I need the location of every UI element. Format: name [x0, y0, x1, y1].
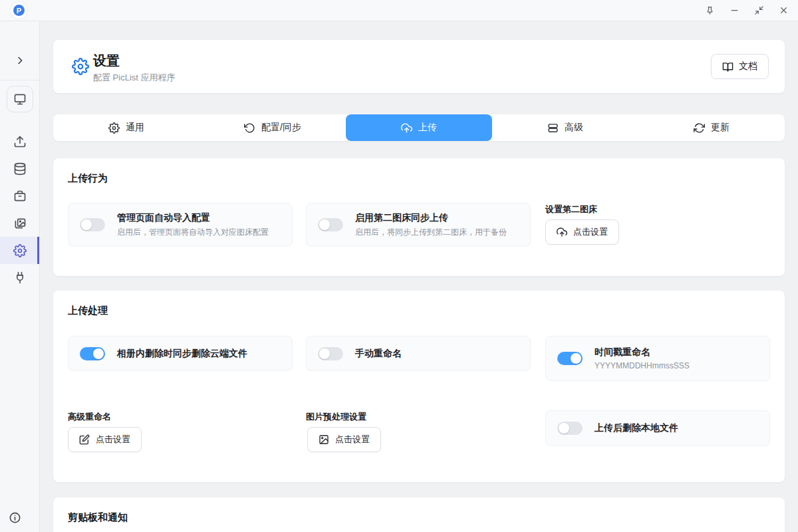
- sidebar-item-toolbox[interactable]: [0, 182, 39, 209]
- manual-rename-toggle[interactable]: [318, 347, 343, 360]
- toggle-box-second-bed-sync: 启用第二图床同步上传 启用后，将同步上传到第二图床，用于备份: [306, 203, 531, 247]
- sidebar-item-database[interactable]: [0, 155, 39, 182]
- docs-button[interactable]: 文档: [711, 54, 769, 79]
- timestamp-rename-toggle[interactable]: [557, 352, 583, 365]
- second-bed-setup-button[interactable]: 点击设置: [545, 219, 619, 245]
- tab-label: 高级: [565, 122, 583, 134]
- image-icon: [319, 434, 329, 445]
- settings-gear-icon: [72, 58, 89, 75]
- delete-local-toggle[interactable]: [557, 422, 583, 435]
- toggle-box-auto-import: 管理页面自动导入配置 启用后，管理页面将自动导入对应图床配置: [68, 203, 293, 247]
- section-title: 上传行为: [68, 172, 108, 185]
- clipboard-card: 剪贴板和通知: [53, 497, 785, 532]
- pin-icon[interactable]: [704, 5, 715, 16]
- toggle-label: 手动重命名: [355, 348, 402, 360]
- chevron-right-icon: [15, 55, 25, 66]
- settings-header-card: 设置 配置 PicList 应用程序 文档: [53, 40, 785, 93]
- toggle-label: 时间戳重命名: [595, 346, 690, 358]
- toggle-desc: 启用后，将同步上传到第二图床，用于备份: [355, 227, 507, 238]
- sidebar-divider: [0, 80, 39, 80]
- toggle-desc: YYYYMMDDHHmmssSSS: [595, 361, 690, 370]
- close-icon[interactable]: [778, 5, 789, 16]
- toggle-box-manual-rename: 手动重命名: [306, 336, 531, 371]
- sidebar: [0, 21, 40, 532]
- toggle-label: 启用第二图床同步上传: [355, 212, 507, 224]
- second-bed-label: 设置第二图床: [545, 203, 597, 215]
- gallery-icon: [13, 217, 27, 230]
- section-title: 剪贴板和通知: [68, 511, 128, 524]
- refresh-icon: [694, 122, 705, 134]
- restore-icon[interactable]: [753, 5, 764, 16]
- monitor-icon: [13, 92, 27, 106]
- sidebar-item-settings[interactable]: [0, 237, 39, 264]
- tab-upload[interactable]: 上传: [346, 114, 492, 141]
- history-icon: [244, 122, 255, 134]
- minimize-icon[interactable]: [729, 5, 739, 16]
- toolbox-icon: [13, 190, 27, 203]
- database-icon: [13, 162, 27, 176]
- section-title: 上传处理: [68, 305, 108, 317]
- page-subtitle: 配置 PicList 应用程序: [93, 72, 176, 84]
- upload-behavior-card: 上传行为 管理页面自动导入配置 启用后，管理页面将自动导入对应图床配置 启用第二…: [53, 158, 785, 276]
- docs-button-label: 文档: [739, 61, 757, 72]
- tab-general[interactable]: 通用: [53, 114, 200, 141]
- sidebar-item-upload[interactable]: [0, 128, 39, 155]
- gear-icon: [108, 122, 120, 134]
- sidebar-nav: [0, 128, 39, 291]
- info-icon[interactable]: [9, 511, 21, 524]
- edit-icon: [79, 434, 90, 445]
- plug-icon: [13, 271, 27, 285]
- second-bed-setup-label: 点击设置: [573, 226, 608, 238]
- toggle-desc: 启用后，管理页面将自动导入对应图床配置: [117, 227, 269, 238]
- preprocess-button[interactable]: 点击设置: [307, 427, 381, 452]
- preprocess-button-label: 点击设置: [335, 434, 370, 446]
- tab-label: 更新: [711, 122, 730, 134]
- toggle-box-sync-delete: 相册内删除时同步删除云端文件: [68, 336, 293, 371]
- toggle-label: 相册内删除时同步删除云端文件: [117, 348, 247, 360]
- auto-import-toggle[interactable]: [80, 218, 105, 231]
- advanced-rename-button-label: 点击设置: [96, 434, 130, 446]
- sidebar-item-monitor[interactable]: [7, 86, 33, 112]
- cloud-upload-icon: [401, 122, 412, 134]
- app-logo: P: [11, 2, 27, 19]
- sync-delete-toggle[interactable]: [80, 347, 105, 360]
- tab-label: 配置/同步: [261, 122, 301, 134]
- toggle-label: 管理页面自动导入配置: [117, 212, 269, 224]
- tab-label: 上传: [418, 122, 437, 134]
- upload-processing-card: 上传处理 相册内删除时同步删除云端文件 手动重命名 时间戳重命名 YYYYMMD…: [53, 291, 785, 482]
- toggle-label: 上传后删除本地文件: [595, 422, 678, 434]
- toggle-box-timestamp-rename: 时间戳重命名 YYYYMMDDHHmmssSSS: [545, 336, 770, 381]
- rows-icon: [547, 122, 559, 134]
- tab-label: 通用: [126, 122, 144, 134]
- title-bar: P: [0, 0, 798, 21]
- tab-update[interactable]: 更新: [638, 114, 785, 141]
- cloud-upload-icon: [557, 227, 567, 237]
- advanced-rename-label: 高级重命名: [68, 411, 111, 423]
- tab-advanced[interactable]: 高级: [492, 114, 638, 141]
- tab-config-sync[interactable]: 配置/同步: [200, 114, 346, 141]
- settings-tabbar: 通用 配置/同步 上传 高级 更新: [53, 114, 785, 141]
- preprocess-label: 图片预处理设置: [306, 411, 366, 423]
- book-icon: [722, 61, 733, 72]
- sidebar-item-plugin[interactable]: [0, 264, 39, 291]
- sidebar-item-gallery[interactable]: [0, 209, 39, 237]
- advanced-rename-button[interactable]: 点击设置: [68, 427, 142, 452]
- sidebar-collapse-button[interactable]: [0, 51, 39, 70]
- second-bed-sync-toggle[interactable]: [318, 218, 343, 231]
- window-controls: [704, 0, 789, 21]
- toggle-box-delete-local: 上传后删除本地文件: [545, 410, 770, 446]
- page-title: 设置: [93, 52, 120, 70]
- upload-icon: [13, 135, 27, 148]
- gear-icon: [13, 244, 27, 257]
- app-logo-letter: P: [13, 5, 25, 16]
